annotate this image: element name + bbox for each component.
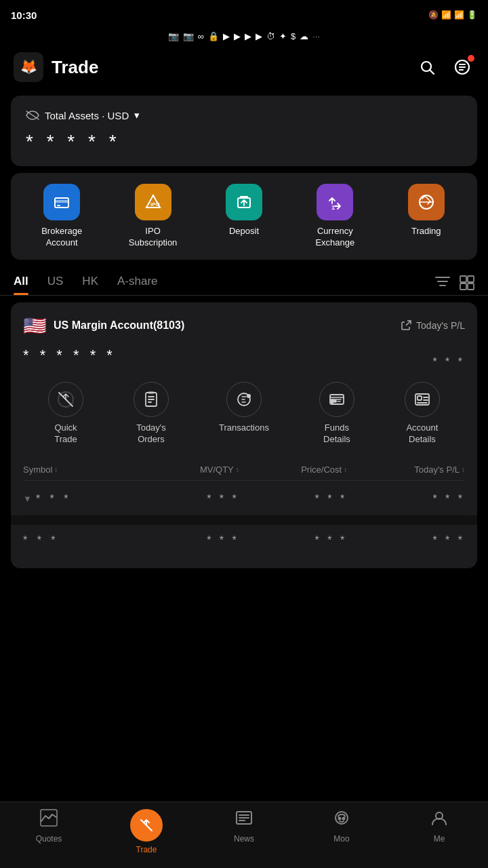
svg-rect-28 [148, 391, 154, 394]
svg-rect-20 [460, 283, 466, 290]
row2-price: * * * [239, 534, 347, 547]
svg-rect-19 [468, 276, 474, 282]
filter-button[interactable] [435, 275, 450, 294]
tab-actions [435, 275, 474, 294]
account-details-action[interactable]: AccountDetails [405, 382, 440, 446]
todays-orders-action[interactable]: Today'sOrders [134, 382, 169, 446]
row2-mvqty: * * * [141, 534, 239, 547]
todays-orders-label: Today'sOrders [136, 422, 166, 446]
menu-currency-exchange[interactable]: 1 CurrencyExchange [301, 184, 369, 249]
market-tabs: All US HK A-share [0, 267, 488, 296]
notification-icons: 📷 📷 ∞ 🔒 ▶ ▶ ▶ ▶ ⏱ ✦ $ ☁ ··· [0, 30, 488, 45]
account-name: US Margin Account(8103) [54, 319, 184, 332]
status-icons: 🔕 📶 📶 🔋 [428, 10, 477, 20]
svg-rect-18 [460, 276, 466, 282]
tab-us[interactable]: US [47, 275, 64, 295]
time-display: 10:30 [11, 9, 37, 21]
table-row[interactable]: ▼ * * * * * * * * * * * * [23, 484, 465, 515]
menu-brokerage-account[interactable]: BrokerageAccount [28, 184, 96, 249]
symbol-sort-icon: ↕ [54, 466, 58, 473]
app-title: Trade [52, 57, 98, 78]
svg-rect-34 [418, 396, 422, 400]
svg-point-47 [343, 818, 345, 820]
svg-rect-8 [57, 205, 60, 206]
nav-trade[interactable]: Trade [113, 809, 180, 854]
account-balance: * * * * * * [23, 347, 116, 364]
tab-ashare[interactable]: A-share [117, 275, 158, 295]
currency-exchange-icon: 1 [317, 184, 353, 220]
view-toggle-button[interactable] [460, 275, 474, 294]
funds-details-label: FundsDetails [323, 422, 350, 446]
tab-all[interactable]: All [14, 275, 28, 295]
funds-details-action[interactable]: $= FundsDetails [319, 382, 354, 446]
app-logo: 🦊 [14, 52, 43, 82]
mvqty-header[interactable]: MV/QTY ↕ [141, 465, 239, 475]
svg-text:$=: $= [331, 399, 336, 403]
currency-dropdown[interactable]: ▾ [134, 109, 140, 121]
news-nav-label: News [234, 834, 254, 844]
status-bar: 10:30 🔕 📶 📶 🔋 [0, 0, 488, 30]
row1-mvqty: * * * [141, 493, 239, 505]
news-nav-icon [235, 809, 253, 831]
svg-text:IPO: IPO [150, 201, 160, 208]
table-row-2[interactable]: * * * * * * * * * * * * [23, 525, 465, 556]
tab-hk[interactable]: HK [82, 275, 98, 295]
moo-nav-label: Moo [333, 834, 349, 844]
pnl-sort-icon: ↕ [462, 466, 465, 473]
nav-quotes[interactable]: Quotes [15, 809, 83, 854]
search-button[interactable] [415, 55, 439, 79]
row1-pnl: * * * [347, 493, 465, 505]
price-header[interactable]: Price/Cost ↕ [239, 465, 347, 475]
header-left: 🦊 Trade [14, 52, 98, 82]
bottom-nav: Quotes Trade News [0, 802, 488, 868]
assets-value: * * * * * [26, 131, 462, 153]
account-header: 🇺🇸 US Margin Account(8103) Today's P/L [23, 315, 465, 337]
us-flag: 🇺🇸 [23, 315, 47, 337]
svg-text:🦊: 🦊 [20, 58, 37, 75]
svg-point-46 [339, 818, 341, 820]
account-details-icon [405, 382, 440, 417]
deposit-label: Deposit [229, 226, 259, 237]
header-actions [415, 55, 474, 79]
symbol-header[interactable]: Symbol ↕ [23, 465, 141, 475]
menu-deposit[interactable]: Deposit [210, 184, 278, 249]
balance-row: * * * * * * * * * [23, 347, 465, 378]
total-assets-card: Total Assets · USD ▾ * * * * * [11, 96, 477, 166]
messages-button[interactable] [450, 55, 474, 79]
ipo-icon: IPO [135, 184, 171, 220]
deposit-icon [226, 184, 262, 220]
trading-icon [408, 184, 445, 220]
app-header: 🦊 Trade [0, 45, 488, 89]
transactions-action[interactable]: Transactions [219, 382, 269, 446]
brokerage-icon [43, 184, 80, 220]
nav-moo[interactable]: Moo [308, 809, 375, 854]
notification-badge [468, 55, 474, 62]
quotes-nav-icon [40, 809, 58, 831]
menu-ipo-subscription[interactable]: IPO IPOSubscription [119, 184, 187, 249]
row2-symbol: * * * [23, 534, 141, 547]
brokerage-label: BrokerageAccount [41, 226, 82, 249]
todays-orders-icon [134, 382, 169, 417]
currency-label: CurrencyExchange [315, 226, 354, 249]
svg-text:1: 1 [331, 204, 335, 211]
row1-price: * * * [239, 493, 347, 505]
quick-trade-action[interactable]: QuickTrade [48, 382, 83, 446]
account-actions: QuickTrade Today'sOrders [23, 382, 465, 446]
me-nav-icon [430, 809, 448, 831]
eye-icon [26, 111, 39, 120]
trading-label: Trading [411, 226, 441, 237]
pnl-value: * * * [432, 356, 465, 368]
trade-nav-label: Trade [136, 845, 157, 854]
nav-news[interactable]: News [210, 809, 278, 854]
quick-trade-icon [48, 382, 83, 417]
me-nav-label: Me [434, 834, 445, 844]
menu-trading[interactable]: Trading [392, 184, 460, 249]
todays-pnl-link[interactable]: Today's P/L [400, 319, 465, 332]
status-time: 10:30 [11, 9, 37, 21]
pnl-header[interactable]: Today's P/L ↕ [347, 465, 465, 475]
assets-text: Total Assets · USD [45, 110, 129, 121]
quick-menu: BrokerageAccount IPO IPOSubscription Dep… [11, 173, 477, 260]
svg-rect-21 [468, 283, 474, 290]
svg-rect-7 [55, 200, 68, 203]
nav-me[interactable]: Me [405, 809, 473, 854]
